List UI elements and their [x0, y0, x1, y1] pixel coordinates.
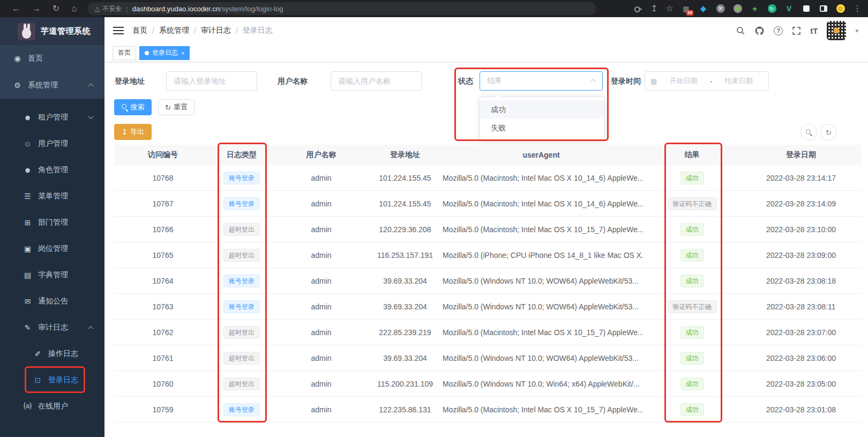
- cell-username: admin: [272, 174, 371, 182]
- sidebar-toggle-icon[interactable]: [113, 27, 124, 35]
- search-icon[interactable]: [736, 26, 745, 35]
- share-icon[interactable]: ↥: [650, 4, 657, 13]
- table-row: 10764账号登录admin39.69.33.204Mozilla/5.0 (W…: [114, 268, 861, 294]
- help-icon[interactable]: ?: [774, 26, 783, 35]
- login-time-label: 登录时间: [611, 71, 641, 91]
- column-header: 日志类型: [212, 150, 272, 160]
- search-button[interactable]: 搜索: [114, 99, 152, 115]
- user-icon: ☺: [23, 139, 32, 148]
- audit-pencil-icon: ✎: [23, 323, 32, 332]
- sidebar-item-label: 角色管理: [38, 165, 68, 175]
- cell-login-address: 116.253.157.191: [371, 251, 439, 260]
- cell-access-id: 10767: [114, 199, 212, 208]
- sidebar-item-post-management[interactable]: ▣岗位管理: [0, 235, 104, 262]
- bookmark-star-icon[interactable]: ☆: [666, 4, 674, 13]
- cell-result: 成功: [643, 172, 741, 184]
- result-tag: 成功: [680, 275, 704, 287]
- app-logo-row[interactable]: 芋道管理系统: [0, 17, 104, 45]
- breadcrumb-item[interactable]: 首页: [132, 26, 147, 35]
- side-panel-icon[interactable]: [819, 4, 828, 13]
- table-row: 10762超时登出admin222.85.239.219Mozilla/5.0 …: [114, 320, 861, 345]
- cell-log-type: 超时登出: [212, 326, 272, 339]
- breadcrumb-item[interactable]: 系统管理: [159, 26, 189, 35]
- tenant-users-icon: ☻: [23, 113, 32, 122]
- breadcrumb: 首页/系统管理/审计日志/登录日志: [132, 26, 273, 35]
- vue-devtools-icon[interactable]: V: [784, 4, 794, 13]
- sidebar-item-system-management[interactable]: ⚙系统管理: [0, 72, 104, 99]
- username-label: 用户名称: [278, 71, 308, 91]
- warning-triangle-icon: △: [95, 5, 100, 12]
- extension-refresh-icon[interactable]: ↻: [767, 4, 776, 13]
- font-size-icon[interactable]: tT: [810, 26, 818, 35]
- sidebar-item-notice[interactable]: ✉通知公告: [0, 288, 104, 314]
- cell-login-address: 101.224.155.45: [371, 199, 439, 208]
- status-option[interactable]: 成功: [480, 100, 604, 118]
- cell-result: 成功: [643, 249, 741, 262]
- cell-result: 成功: [643, 352, 741, 365]
- calendar-icon: ▦: [650, 77, 657, 85]
- sidebar-item-user-management[interactable]: ☺用户管理: [0, 130, 104, 157]
- address-bar[interactable]: △ 不安全 | dashboard.yudao.iocoder.cn/syste…: [87, 2, 596, 15]
- refresh-table-button[interactable]: ↻: [820, 124, 837, 140]
- app-logo: [18, 23, 35, 40]
- extension-diamond-icon[interactable]: ◆: [699, 4, 708, 13]
- puzzle-glyph: [803, 5, 810, 12]
- tab-home[interactable]: 首页: [113, 46, 136, 60]
- browser-menu-icon[interactable]: ⋮: [853, 4, 862, 13]
- breadcrumb-item[interactable]: 登录日志: [243, 26, 273, 35]
- profile-avatar-icon[interactable]: ☺: [836, 4, 845, 13]
- extension-tiles-icon[interactable]: ▦ 10: [682, 4, 691, 13]
- sidebar-item-audit-log[interactable]: ✎审计日志: [0, 314, 104, 340]
- extension-record-icon[interactable]: [733, 4, 742, 13]
- cell-username: admin: [272, 251, 371, 260]
- cell-access-id: 10762: [114, 328, 212, 337]
- sidebar-item-dept-management[interactable]: ⊞部门管理: [0, 209, 104, 235]
- sidebar-item-label: 租户管理: [38, 113, 68, 122]
- status-option[interactable]: 失败: [480, 118, 604, 137]
- header-actions: ? tT ▾: [736, 21, 858, 40]
- sidebar-item-menu-management[interactable]: ☰菜单管理: [0, 183, 104, 209]
- sidebar-item-online-users[interactable]: ⒜在线用户: [0, 393, 104, 419]
- user-avatar[interactable]: [827, 21, 846, 40]
- fullscreen-icon[interactable]: [792, 26, 801, 35]
- extension-star-icon[interactable]: ★: [750, 4, 759, 13]
- export-button[interactable]: ↧ 导出: [114, 124, 152, 140]
- cell-user-agent: Mozilla/5.0 (Windows NT 10.0; WOW64) App…: [439, 302, 643, 311]
- cell-access-id: 10766: [114, 225, 212, 234]
- result-tag: 验证码不正确: [668, 197, 717, 210]
- breadcrumb-separator: /: [236, 26, 238, 35]
- username-input[interactable]: [331, 71, 422, 91]
- post-badge-icon: ▣: [23, 245, 32, 253]
- reset-button[interactable]: ↻ 重置: [158, 99, 194, 115]
- forward-icon[interactable]: →: [32, 4, 41, 13]
- sidebar-item-operation-log[interactable]: ✐操作日志: [0, 340, 104, 367]
- password-key-icon[interactable]: [634, 4, 642, 13]
- sidebar-item-label: 审计日志: [38, 323, 68, 332]
- reload-icon[interactable]: ↻: [53, 4, 59, 13]
- screenshot-root: ← → ↻ ⌂ △ 不安全 | dashboard.yudao.iocoder.…: [0, 0, 868, 437]
- sidebar-item-dict-management[interactable]: ▤字典管理: [0, 262, 104, 288]
- active-tab-dot: [145, 51, 149, 55]
- avatar-caret-icon[interactable]: ▾: [855, 27, 858, 34]
- breadcrumb-item[interactable]: 审计日志: [201, 26, 231, 35]
- sidebar-item-tenant-management[interactable]: ☻租户管理: [0, 104, 104, 130]
- login-address-input[interactable]: [166, 71, 257, 91]
- sidebar-item-role-management[interactable]: ☻角色管理: [0, 157, 104, 183]
- toggle-search-button[interactable]: [800, 124, 817, 140]
- extension-command-icon[interactable]: ⌘: [716, 4, 725, 13]
- github-icon[interactable]: [754, 26, 765, 36]
- table-row: 10765超时登出admin116.253.157.191Mozilla/5.0…: [114, 242, 861, 268]
- sidebar-item-home[interactable]: ◉首页: [0, 45, 104, 72]
- login-time-range-picker[interactable]: ▦ 开始日期 - 结束日期: [645, 71, 769, 91]
- home-icon[interactable]: ⌂: [71, 4, 77, 13]
- puzzle-extensions-icon[interactable]: [802, 4, 811, 13]
- security-warning[interactable]: △ 不安全: [95, 4, 122, 13]
- tab-login-log[interactable]: 登录日志×: [139, 46, 190, 60]
- table-row: 10767账号登录admin101.224.155.45Mozilla/5.0 …: [114, 191, 861, 217]
- tab-close-icon[interactable]: ×: [181, 50, 184, 56]
- status-select[interactable]: 结果: [480, 71, 603, 91]
- cell-login-date: 2022-03-28 23:08:18: [741, 277, 861, 285]
- back-icon[interactable]: ←: [12, 4, 20, 13]
- sidebar-item-login-log[interactable]: ⊡登录日志: [0, 367, 104, 393]
- cell-result: 成功: [643, 403, 741, 416]
